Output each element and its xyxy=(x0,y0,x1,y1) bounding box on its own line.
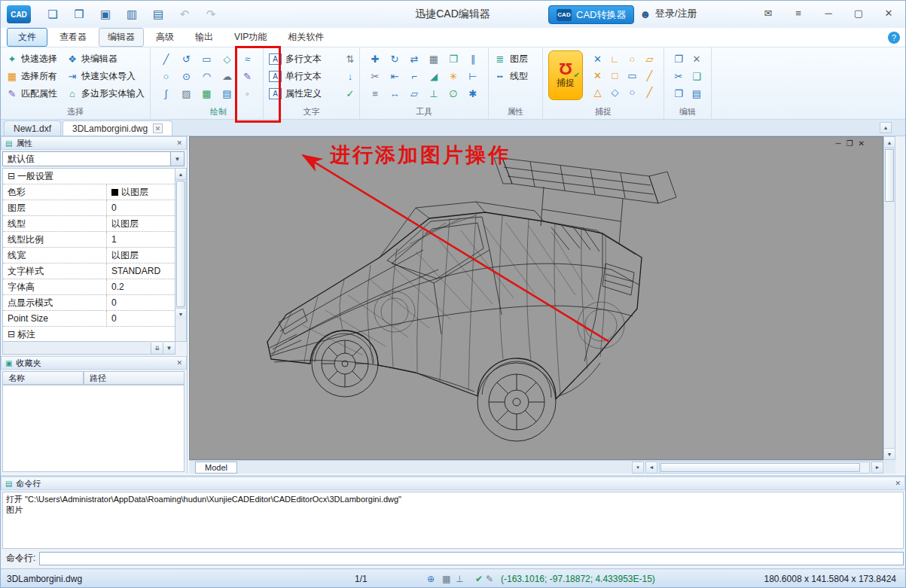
snap-intersection-icon[interactable]: ✕ xyxy=(589,50,606,67)
rectangle-icon[interactable]: ▭ xyxy=(197,50,217,68)
snap-node-icon[interactable]: □ xyxy=(606,67,624,84)
snap-perpendicular-icon[interactable]: ╱ xyxy=(641,84,658,100)
properties-close-icon[interactable]: ✕ xyxy=(176,139,182,147)
text-sort-icon[interactable]: ⇅ xyxy=(344,50,356,68)
snap-center-icon[interactable]: ○ xyxy=(624,50,641,67)
doc-restore-icon[interactable]: ❐ xyxy=(847,139,853,148)
property-grid-scrollbar[interactable]: ▲ ▼ xyxy=(175,168,187,342)
favorites-list[interactable] xyxy=(2,385,185,472)
polygon-entity-input-button[interactable]: ⌂多边形实体输入 xyxy=(66,85,145,102)
tab-vip[interactable]: VIP功能 xyxy=(225,28,276,47)
draw-check-icon[interactable]: ✔ xyxy=(475,574,483,584)
layer-button[interactable]: ≣图层 xyxy=(494,50,537,68)
scroll-up-icon[interactable]: ▲ xyxy=(175,169,186,180)
scroll-down-icon[interactable]: ▼ xyxy=(175,308,186,319)
doc-tab-close-icon[interactable]: ✕ xyxy=(153,123,163,133)
snap-toggle-button[interactable]: Ω ✔ 捕捉 xyxy=(548,50,583,100)
offset-icon[interactable]: ∥ xyxy=(463,50,483,68)
close-button[interactable]: ✕ xyxy=(881,5,896,20)
extend-icon[interactable]: ⇤ xyxy=(385,68,404,85)
match-properties-button[interactable]: ✎匹配属性 xyxy=(6,85,57,102)
favorites-path-column[interactable]: 路径 xyxy=(84,371,185,385)
layout-chevron-icon[interactable]: ▾ xyxy=(632,462,644,474)
paste-special-icon[interactable]: ▤ xyxy=(688,85,706,102)
doc-minimize-icon[interactable]: ─ xyxy=(836,139,841,148)
snap-quadrant-icon[interactable]: ◇ xyxy=(606,84,624,100)
arc-icon[interactable]: ◠ xyxy=(197,68,217,85)
save-as-icon[interactable]: ▥ xyxy=(124,6,140,23)
line-icon[interactable]: ╱ xyxy=(156,50,176,68)
cut-icon[interactable]: ✂ xyxy=(670,68,688,85)
canvas-scroll-down-icon[interactable]: ▼ xyxy=(884,448,895,459)
snap-endpoint-icon[interactable]: ∟ xyxy=(606,50,624,67)
explode-icon[interactable]: ✳ xyxy=(444,68,463,85)
help-icon[interactable]: ? xyxy=(888,32,900,44)
table-icon[interactable]: ▤ xyxy=(217,85,237,102)
panel-collapse-button[interactable]: ▴ xyxy=(880,122,892,133)
scroll-end-icon[interactable]: ▼ xyxy=(163,343,175,354)
chamfer-icon[interactable]: ◢ xyxy=(424,68,444,85)
settings-icon[interactable]: ✱ xyxy=(463,85,483,102)
trim-icon[interactable]: ✂ xyxy=(365,68,385,85)
command-log[interactable]: 打开 "C:\Users\Administrator\AppData\Roami… xyxy=(2,492,904,549)
paste-icon[interactable]: ❑ xyxy=(688,68,706,85)
area-icon[interactable]: ▱ xyxy=(404,85,424,102)
quick-entity-import-button[interactable]: ⇥快速实体导入 xyxy=(66,68,145,85)
tab-advanced[interactable]: 高级 xyxy=(147,28,183,47)
tab-editor[interactable]: 编辑器 xyxy=(99,28,144,47)
distance-icon[interactable]: ↔ xyxy=(385,85,404,102)
print-icon[interactable]: ▤ xyxy=(150,6,166,23)
snap-extension-icon[interactable]: ▱ xyxy=(641,50,658,67)
property-preset-dropdown[interactable]: 默认值 ▼ xyxy=(2,151,185,166)
login-button[interactable]: ☻ 登录/注册 xyxy=(639,7,697,20)
undo-icon[interactable]: ↶ xyxy=(176,6,193,23)
copy-entity-icon[interactable]: ❐ xyxy=(444,50,463,68)
delete-icon[interactable]: ✕ xyxy=(688,50,706,68)
fillet-icon[interactable]: ⌐ xyxy=(404,68,424,85)
move-icon[interactable]: ✚ xyxy=(365,50,385,68)
canvas-vertical-scrollbar[interactable]: ▲ ▼ xyxy=(883,136,895,460)
align-icon[interactable]: ≡ xyxy=(365,85,385,102)
mirror-icon[interactable]: ⇄ xyxy=(404,50,424,68)
grid-icon[interactable]: ▦ xyxy=(442,574,450,584)
text-arrow-icon[interactable]: ↓ xyxy=(344,68,356,85)
ortho-icon[interactable]: ⊥ xyxy=(456,574,463,584)
save-icon[interactable]: ▣ xyxy=(97,6,114,23)
cloud-icon[interactable]: ☁ xyxy=(217,68,237,85)
command-input[interactable] xyxy=(39,552,904,565)
pencil-icon[interactable]: ✎ xyxy=(486,574,493,584)
property-section-general[interactable]: ⊟一般设置 xyxy=(3,169,175,184)
canvas-scroll-right-icon[interactable]: ► xyxy=(871,462,883,474)
canvas-horizontal-scrollbar[interactable] xyxy=(659,462,870,474)
purge-icon[interactable]: ∅ xyxy=(444,85,463,102)
perpendicular-tool-icon[interactable]: ⊥ xyxy=(424,85,444,102)
tab-viewer[interactable]: 查看器 xyxy=(50,28,96,47)
hatch-icon[interactable]: ▨ xyxy=(176,85,197,102)
tab-related-software[interactable]: 相关软件 xyxy=(279,28,333,47)
doc-tab-lamborgini[interactable]: 3DLamborgini.dwg✕ xyxy=(63,120,172,136)
favorites-name-column[interactable]: 名称 xyxy=(2,371,84,385)
tab-output[interactable]: 输出 xyxy=(186,28,222,47)
snap-apparent-icon[interactable]: ✕ xyxy=(589,67,606,84)
menu-icon[interactable]: ≡ xyxy=(791,5,806,20)
open-file-icon[interactable]: ❒ xyxy=(71,6,87,23)
scrollbar-thumb[interactable] xyxy=(176,181,185,307)
scroll-jump-icon[interactable]: ⇊ xyxy=(151,343,163,354)
minimize-button[interactable]: ─ xyxy=(821,5,836,20)
copy-icon[interactable]: ❐ xyxy=(670,50,688,68)
attribute-define-button[interactable]: A属性定义 xyxy=(269,85,354,102)
cad-converter-button[interactable]: CAD CAD转换器 xyxy=(548,5,634,24)
canvas-hscroll-thumb[interactable] xyxy=(660,463,860,472)
canvas-scroll-left-icon[interactable]: ◄ xyxy=(645,462,657,474)
snap-nearest-icon[interactable]: ╱ xyxy=(641,67,658,84)
new-file-icon[interactable]: ❏ xyxy=(44,6,61,23)
text-button[interactable]: A单行文本 xyxy=(269,68,354,85)
command-close-icon[interactable]: ✕ xyxy=(895,480,901,487)
linetype-button[interactable]: ╍线型 xyxy=(494,68,537,85)
duplicate-icon[interactable]: ❐ xyxy=(670,85,688,102)
doc-close-icon[interactable]: ✕ xyxy=(859,139,865,148)
canvas-scroll-up-icon[interactable]: ▲ xyxy=(884,137,895,148)
snap-tangent-icon[interactable]: ○ xyxy=(624,84,641,100)
block-editor-button[interactable]: ❖块编辑器 xyxy=(66,50,145,68)
rotate-icon[interactable]: ↻ xyxy=(385,50,404,68)
